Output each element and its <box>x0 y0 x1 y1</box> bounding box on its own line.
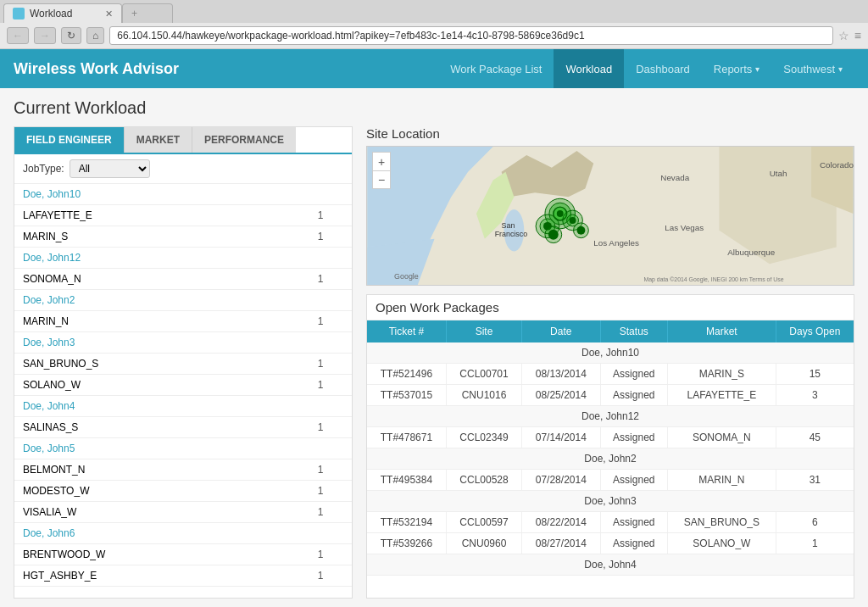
page-content: Current Workload FIELD ENGINEER MARKET P… <box>0 88 868 607</box>
engineer-link[interactable]: Doe, John3 <box>23 337 75 348</box>
engineer-link[interactable]: Doe, John4 <box>23 400 75 412</box>
engineer-count: 1 <box>289 226 352 248</box>
map-svg: Nevada Utah Colorado Las Vegas San Franc… <box>367 147 854 285</box>
engineer-cell[interactable]: Doe, John10 <box>14 184 289 205</box>
owp-cell-ticket: TT#532194 <box>367 512 446 533</box>
owp-cell-date: 07/28/2014 <box>522 470 600 491</box>
owp-cell-site: CCL02349 <box>446 427 521 448</box>
content-row: FIELD ENGINEER MARKET PERFORMANCE JobTyp… <box>14 126 854 599</box>
svg-text:Google: Google <box>394 272 419 281</box>
job-type-select[interactable]: All Emergency Standard <box>70 159 150 178</box>
engineer-link[interactable]: Doe, John12 <box>23 252 81 264</box>
owp-data-row: TT#537015CNU101608/25/2014AssignedLAFAYE… <box>367 385 854 406</box>
owp-cell-site: CNU1016 <box>446 385 521 406</box>
col-market: Market <box>668 320 776 342</box>
svg-text:Nevada: Nevada <box>660 173 689 182</box>
engineer-count: 1 <box>289 417 352 438</box>
owp-cell-market: LAFAYETTE_E <box>668 385 776 406</box>
engineer-count: 1 <box>289 269 352 290</box>
main-nav: Work Package List Workload Dashboard Rep… <box>438 49 854 88</box>
owp-data-row: TT#521496CCL0070108/13/2014AssignedMARIN… <box>367 364 854 385</box>
reload-button[interactable]: ↻ <box>61 27 81 44</box>
engineer-row: MODESTO_W1 <box>14 481 352 502</box>
svg-point-13 <box>548 230 559 240</box>
engineer-row: MARIN_S1 <box>14 226 352 248</box>
engineer-count: 1 <box>289 205 352 226</box>
forward-button[interactable]: → <box>34 27 56 44</box>
engineer-row: Doe, John12 <box>14 248 352 269</box>
engineer-cell: BELMONT_N <box>14 459 289 481</box>
engineer-row: BELMONT_N1 <box>14 459 352 481</box>
bookmark-icon[interactable]: ☆ <box>838 29 849 42</box>
tab-market[interactable]: MARKET <box>124 127 192 153</box>
engineer-row: SONOMA_N1 <box>14 269 352 290</box>
tab-field-engineer[interactable]: FIELD ENGINEER <box>14 127 124 153</box>
nav-workload[interactable]: Workload <box>554 49 624 88</box>
owp-cell-date: 07/14/2014 <box>522 427 600 448</box>
engineer-row: LAFAYETTE_E1 <box>14 205 352 226</box>
owp-table-header: Ticket # Site Date Status Market Days Op… <box>367 320 854 342</box>
engineer-count: 1 <box>289 565 352 587</box>
address-input[interactable] <box>109 26 833 45</box>
owp-cell-ticket: TT#521496 <box>367 364 446 385</box>
owp-title: Open Work Packages <box>367 295 854 320</box>
browser-tab-new[interactable]: + <box>122 3 173 23</box>
engineer-cell: LAFAYETTE_E <box>14 205 289 226</box>
engineer-link[interactable]: Doe, John5 <box>23 443 75 454</box>
engineer-row: Doe, John5 <box>14 438 352 459</box>
map-zoom-controls: + − <box>372 152 391 189</box>
engineer-cell[interactable]: Doe, John2 <box>14 290 289 311</box>
engineer-cell[interactable]: Doe, John5 <box>14 438 289 459</box>
tab-favicon <box>13 8 25 19</box>
engineer-cell[interactable]: Doe, John4 <box>14 396 289 417</box>
nav-work-package-list[interactable]: Work Package List <box>438 49 554 88</box>
map-container[interactable]: + − <box>366 146 854 286</box>
engineer-count: 1 <box>289 481 352 502</box>
owp-group-header: Doe, John12 <box>367 406 854 427</box>
app-header: Wireless Work Advisor Work Package List … <box>0 49 868 88</box>
engineer-cell: SONOMA_N <box>14 269 289 290</box>
engineer-cell: MODESTO_W <box>14 481 289 502</box>
engineer-row: SALINAS_S1 <box>14 417 352 438</box>
zoom-in-button[interactable]: + <box>372 152 391 170</box>
engineer-cell: HGT_ASHBY_E <box>14 565 289 587</box>
engineer-link[interactable]: Doe, John10 <box>23 188 81 200</box>
engineer-cell[interactable]: Doe, John12 <box>14 248 289 269</box>
nav-southwest[interactable]: Southwest ▾ <box>771 49 854 88</box>
engineer-link[interactable]: Doe, John6 <box>23 527 75 539</box>
owp-cell-ticket: TT#537015 <box>367 385 446 406</box>
engineer-count: 1 <box>289 459 352 481</box>
tab-close-button[interactable]: ✕ <box>105 8 113 19</box>
owp-cell-market: SOLANO_W <box>668 533 776 554</box>
zoom-out-button[interactable]: − <box>372 170 391 189</box>
owp-cell-ticket: TT#495384 <box>367 470 446 491</box>
site-location-title: Site Location <box>366 126 854 141</box>
engineer-cell[interactable]: Doe, John6 <box>14 523 289 544</box>
engineer-row: MARIN_N1 <box>14 311 352 332</box>
owp-engineer-header: Doe, John10 <box>367 342 854 364</box>
left-panel: FIELD ENGINEER MARKET PERFORMANCE JobTyp… <box>14 126 353 599</box>
owp-cell-status: Assigned <box>600 470 668 491</box>
tab-title: Workload <box>30 8 100 19</box>
owp-cell-days_open: 6 <box>776 512 854 533</box>
col-status: Status <box>600 320 668 342</box>
settings-icon[interactable]: ≡ <box>854 29 861 42</box>
owp-engineer-header: Doe, John2 <box>367 448 854 470</box>
owp-cell-ticket: TT#478671 <box>367 427 446 448</box>
back-button[interactable]: ← <box>7 27 29 44</box>
owp-cell-ticket: TT#539266 <box>367 533 446 554</box>
svg-text:Albuquerque: Albuquerque <box>727 248 775 257</box>
open-work-packages-section: Open Work Packages Ticket # Site Date St… <box>366 294 854 599</box>
nav-dashboard[interactable]: Dashboard <box>624 49 702 88</box>
owp-group-header: Doe, John4 <box>367 554 854 576</box>
address-bar-row: ← → ↻ ⌂ ☆ ≡ <box>0 23 868 48</box>
tab-performance[interactable]: PERFORMANCE <box>192 127 296 153</box>
owp-table: Ticket # Site Date Status Market Days Op… <box>367 320 854 576</box>
browser-tab-active[interactable]: Workload ✕ <box>3 3 122 23</box>
engineer-cell[interactable]: Doe, John3 <box>14 332 289 354</box>
owp-engineer-header: Doe, John3 <box>367 491 854 512</box>
engineer-link[interactable]: Doe, John2 <box>23 294 75 306</box>
nav-reports[interactable]: Reports ▾ <box>702 49 772 88</box>
home-button[interactable]: ⌂ <box>86 27 104 44</box>
owp-cell-market: MARIN_S <box>668 364 776 385</box>
